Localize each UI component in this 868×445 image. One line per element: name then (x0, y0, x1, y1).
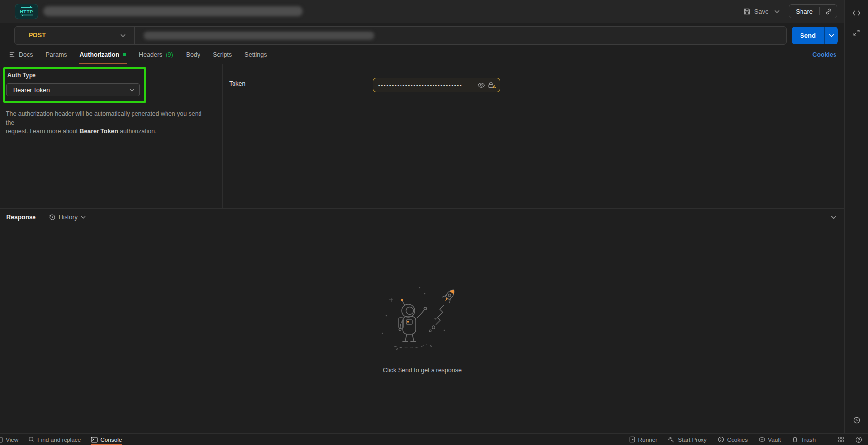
find-label: Find and replace (37, 436, 81, 443)
tab-params[interactable]: Params (45, 45, 67, 64)
cookies-button[interactable]: Cookies (718, 434, 748, 445)
save-button[interactable]: Save (743, 8, 769, 15)
authorization-panel: Auth Type Bearer Token The authorization… (0, 64, 844, 209)
token-input[interactable]: ••••••••••••••••••••••••••••••• (373, 78, 500, 92)
postman-app: HTTP Save Share (0, 0, 868, 445)
tab-label: Headers (139, 51, 162, 58)
collapse-response-button[interactable] (831, 215, 836, 219)
search-icon (28, 436, 34, 443)
tab-label: Authorization (80, 51, 120, 58)
auth-type-select[interactable]: Bearer Token (6, 83, 140, 96)
runner-label: Runner (638, 436, 658, 443)
context-sidebar (844, 0, 868, 433)
chevron-down-icon (81, 216, 86, 219)
auth-desc-line1: The authorization header will be automat… (6, 110, 201, 126)
status-bar-right: Runner Start Proxy Cookies Vault Trash (629, 434, 868, 445)
view-menu-button[interactable]: View (0, 434, 18, 445)
chevron-down-icon (774, 10, 780, 13)
bearer-token-link[interactable]: Bearer Token (79, 128, 118, 135)
request-title-redacted (43, 6, 303, 16)
logo-text-glyph: HTTP (20, 9, 33, 14)
astronaut-rocket-illustration (375, 285, 469, 359)
vault-label: Vault (768, 436, 781, 443)
response-empty-state: Click Send to get a response (0, 225, 844, 433)
tab-label: Docs (19, 51, 33, 58)
restore-checkpoint-button[interactable] (853, 416, 861, 424)
runner-button[interactable]: Runner (629, 434, 658, 445)
request-url-redacted[interactable] (144, 32, 374, 40)
response-title: Response (6, 214, 36, 221)
auth-desc-line2-end: authorization. (118, 128, 157, 135)
view-label: View (6, 436, 18, 443)
empty-response-caption: Click Send to get a response (383, 367, 462, 374)
cookies-link[interactable]: Cookies (812, 51, 836, 58)
console-button[interactable]: Console (91, 434, 122, 445)
start-proxy-button[interactable]: Start Proxy (668, 434, 706, 445)
console-label: Console (100, 436, 122, 443)
status-bar: View Find and replace Console Runner Sta… (0, 433, 868, 445)
chevron-down-icon (120, 34, 126, 37)
find-and-replace-button[interactable]: Find and replace (28, 434, 81, 445)
trash-icon (792, 436, 798, 443)
vault-button[interactable]: Vault (759, 434, 781, 445)
headers-count-badge: (9) (166, 51, 173, 58)
status-bar-left: View Find and replace Console (0, 434, 122, 445)
method-selector[interactable]: POST (15, 27, 134, 44)
http-request-logo: HTTP (15, 4, 38, 19)
help-button[interactable] (855, 434, 862, 445)
share-button-group: Share (789, 4, 837, 18)
save-options-button[interactable] (774, 10, 780, 13)
vault-icon (759, 436, 765, 443)
link-icon (825, 8, 832, 15)
proxy-icon (668, 436, 675, 443)
send-options-button[interactable] (824, 27, 838, 44)
auth-desc-line2: request. Learn more about (6, 128, 79, 135)
history-icon (49, 214, 56, 221)
send-split-button: Send (792, 27, 838, 44)
token-label: Token (229, 80, 245, 87)
panel-layout-button[interactable] (838, 434, 844, 445)
copy-link-button[interactable] (820, 8, 837, 15)
tab-settings[interactable]: Settings (244, 45, 267, 64)
help-icon (855, 436, 862, 443)
auth-type-value: Bearer Token (13, 87, 50, 94)
trash-button[interactable]: Trash (792, 434, 816, 445)
eye-icon (477, 82, 485, 88)
save-icon (743, 8, 751, 15)
history-label: History (59, 214, 78, 221)
tab-headers[interactable]: Headers (9) (139, 45, 173, 64)
token-masked-value: ••••••••••••••••••••••••••••••• (378, 82, 475, 88)
auth-details-panel: Token ••••••••••••••••••••••••••••••• (223, 64, 844, 208)
auth-description: The authorization header will be automat… (6, 109, 207, 136)
request-tabs: Docs Params Authorization Headers (9) Bo… (0, 45, 844, 64)
share-button[interactable]: Share (789, 8, 819, 15)
toggle-token-visibility-button[interactable] (477, 82, 485, 88)
request-tab-header: HTTP Save Share (0, 0, 844, 23)
topbar-actions: Save Share (743, 4, 837, 18)
history-icon (853, 416, 861, 424)
status-bar-divider (827, 436, 827, 443)
main-column: HTTP Save Share (0, 0, 844, 433)
send-button[interactable]: Send (792, 27, 824, 44)
expand-icon (853, 29, 860, 36)
chevron-down-icon (829, 34, 834, 37)
cookie-icon (718, 436, 724, 443)
tab-label: Body (186, 51, 200, 58)
request-url-row: POST Send (0, 23, 844, 45)
lock-warning-icon (488, 81, 496, 89)
tab-scripts[interactable]: Scripts (213, 45, 232, 64)
method-url-divider (134, 27, 135, 44)
tab-authorization[interactable]: Authorization (80, 45, 127, 64)
auth-type-label: Auth Type (7, 72, 140, 79)
grid-icon (838, 436, 844, 443)
history-dropdown[interactable]: History (49, 214, 86, 221)
trash-label: Trash (801, 436, 816, 443)
code-snippet-button[interactable] (852, 10, 861, 16)
tab-label: Params (45, 51, 67, 58)
vault-secret-button[interactable] (488, 81, 496, 89)
expand-panel-button[interactable] (853, 29, 860, 36)
tab-docs[interactable]: Docs (9, 45, 33, 64)
tab-body[interactable]: Body (186, 45, 200, 64)
chevron-down-icon (831, 215, 836, 219)
tab-label: Settings (244, 51, 267, 58)
